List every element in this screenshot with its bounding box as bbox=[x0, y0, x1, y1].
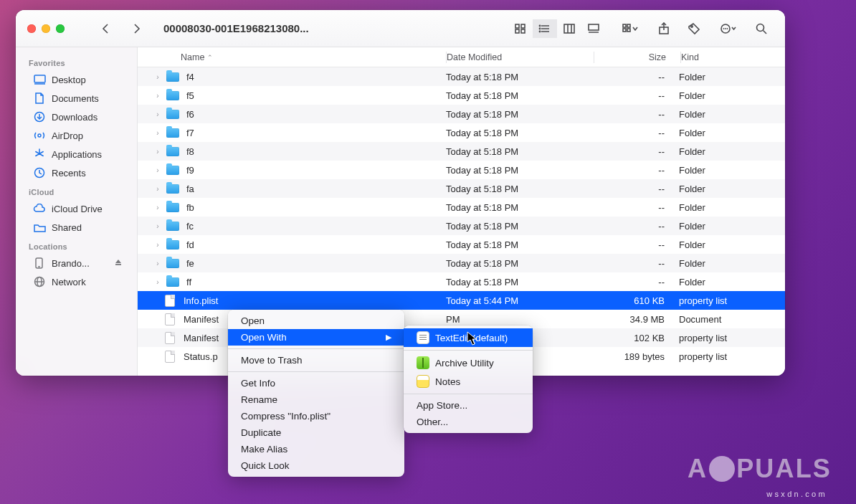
svg-rect-10 bbox=[564, 24, 574, 33]
sidebar-item-icloud-drive[interactable]: iCloud Drive bbox=[20, 199, 133, 218]
disclosure-triangle-icon[interactable]: › bbox=[153, 185, 162, 193]
disclosure-triangle-icon[interactable]: › bbox=[153, 222, 162, 230]
sidebar-item-label: Brando... bbox=[52, 258, 90, 269]
svg-point-32 bbox=[38, 134, 41, 137]
file-row[interactable]: Info.plistToday at 5:44 PM610 KBproperty… bbox=[138, 291, 785, 310]
submenu-app-store[interactable]: App Store... bbox=[404, 397, 533, 414]
folder-row[interactable]: ›f6Today at 5:18 PM--Folder bbox=[138, 105, 785, 123]
menu-make-alias[interactable]: Make Alias bbox=[228, 441, 404, 457]
folder-row[interactable]: ›ffToday at 5:18 PM--Folder bbox=[138, 272, 785, 291]
disclosure-triangle-icon[interactable]: › bbox=[153, 166, 162, 174]
icon-view-button[interactable] bbox=[508, 19, 533, 38]
column-size[interactable]: Size bbox=[594, 52, 680, 62]
menu-duplicate[interactable]: Duplicate bbox=[228, 424, 404, 441]
sidebar-item-airdrop[interactable]: AirDrop bbox=[20, 126, 133, 145]
menu-move-to-trash[interactable]: Move to Trash bbox=[228, 352, 404, 369]
sidebar-item-downloads[interactable]: Downloads bbox=[20, 108, 133, 126]
sidebar-header-icloud: iCloud bbox=[16, 182, 137, 199]
sidebar-item-label: Shared bbox=[52, 222, 82, 233]
svg-rect-16 bbox=[627, 24, 630, 27]
folder-row[interactable]: ›f5Today at 5:18 PM--Folder bbox=[138, 86, 785, 105]
sort-indicator-icon: ⌃ bbox=[207, 54, 213, 61]
row-kind: property list bbox=[679, 295, 785, 306]
action-menu-button[interactable] bbox=[712, 19, 743, 38]
sidebar-item-device[interactable]: Brando... bbox=[20, 254, 133, 272]
row-name: fb bbox=[186, 202, 194, 213]
column-kind[interactable]: Kind bbox=[681, 52, 785, 62]
group-by-button[interactable] bbox=[614, 19, 646, 38]
menu-compress[interactable]: Compress "Info.plist" bbox=[228, 408, 404, 424]
disclosure-triangle-icon[interactable]: › bbox=[153, 73, 162, 81]
gallery-view-button[interactable] bbox=[581, 19, 606, 38]
row-kind: Folder bbox=[679, 165, 785, 176]
row-name: fa bbox=[186, 184, 194, 194]
row-size: -- bbox=[593, 109, 679, 120]
close-window-button[interactable] bbox=[27, 24, 36, 33]
search-button[interactable] bbox=[749, 19, 774, 38]
eject-icon[interactable] bbox=[114, 258, 123, 269]
forward-button[interactable] bbox=[125, 19, 149, 38]
sidebar-item-label: iCloud Drive bbox=[52, 204, 103, 214]
file-icon bbox=[165, 351, 175, 363]
submenu-other[interactable]: Other... bbox=[404, 414, 533, 430]
disclosure-triangle-icon[interactable]: › bbox=[153, 241, 162, 249]
disclosure-triangle-icon[interactable]: › bbox=[153, 110, 162, 118]
disclosure-triangle-icon[interactable]: › bbox=[153, 204, 162, 211]
row-name: f6 bbox=[186, 109, 194, 120]
column-view-button[interactable] bbox=[557, 19, 581, 38]
row-date: Today at 5:18 PM bbox=[446, 109, 593, 120]
folder-row[interactable]: ›f9Today at 5:18 PM--Folder bbox=[138, 161, 785, 179]
row-date: Today at 5:18 PM bbox=[446, 72, 593, 82]
disclosure-triangle-icon[interactable]: › bbox=[153, 92, 162, 100]
row-name: f9 bbox=[186, 165, 194, 176]
sidebar-item-applications[interactable]: Applications bbox=[20, 145, 133, 163]
tags-button[interactable] bbox=[682, 19, 706, 38]
back-button[interactable] bbox=[93, 19, 118, 38]
sidebar-item-documents[interactable]: Documents bbox=[20, 89, 133, 108]
sidebar-item-recents[interactable]: Recents bbox=[20, 163, 133, 182]
sidebar-item-label: Documents bbox=[52, 93, 99, 104]
disclosure-triangle-icon[interactable]: › bbox=[153, 129, 162, 137]
share-button[interactable] bbox=[652, 19, 676, 38]
menu-rename[interactable]: Rename bbox=[228, 391, 404, 408]
folder-row[interactable]: ›fcToday at 5:18 PM--Folder bbox=[138, 217, 785, 235]
row-size: -- bbox=[593, 165, 679, 176]
zoom-window-button[interactable] bbox=[56, 24, 65, 33]
menu-open-with[interactable]: Open With ▶ bbox=[228, 329, 404, 346]
sidebar-item-label: AirDrop bbox=[52, 130, 83, 141]
disclosure-triangle-icon[interactable]: › bbox=[153, 148, 162, 156]
menu-quick-look[interactable]: Quick Look bbox=[228, 457, 404, 474]
menu-open[interactable]: Open bbox=[228, 313, 404, 329]
svg-rect-18 bbox=[627, 29, 630, 32]
sidebar-item-label: Desktop bbox=[52, 75, 86, 85]
folder-row[interactable]: ›f7Today at 5:18 PM--Folder bbox=[138, 123, 785, 142]
svg-point-8 bbox=[539, 28, 540, 29]
row-size: -- bbox=[593, 277, 679, 287]
submenu-notes[interactable]: Notes bbox=[404, 372, 533, 391]
folder-row[interactable]: ›f8Today at 5:18 PM--Folder bbox=[138, 142, 785, 161]
list-view-button[interactable] bbox=[533, 19, 557, 38]
folder-row[interactable]: ›fdToday at 5:18 PM--Folder bbox=[138, 235, 785, 254]
submenu-archive-utility[interactable]: Archive Utility bbox=[404, 353, 533, 372]
row-date: Today at 5:44 PM bbox=[446, 295, 593, 306]
menu-get-info[interactable]: Get Info bbox=[228, 375, 404, 391]
file-icon bbox=[165, 295, 175, 307]
disclosure-triangle-icon[interactable]: › bbox=[153, 260, 162, 267]
submenu-textedit[interactable]: TextEdit (default) bbox=[404, 328, 533, 347]
sidebar-item-network[interactable]: Network bbox=[20, 272, 133, 291]
folder-row[interactable]: ›faToday at 5:18 PM--Folder bbox=[138, 179, 785, 198]
sidebar-item-shared[interactable]: Shared bbox=[20, 218, 133, 237]
sidebar-item-desktop[interactable]: Desktop bbox=[20, 70, 133, 89]
row-size: 610 KB bbox=[593, 295, 679, 306]
disclosure-triangle-icon[interactable]: › bbox=[153, 278, 162, 286]
folder-row[interactable]: ›feToday at 5:18 PM--Folder bbox=[138, 254, 785, 272]
folder-row[interactable]: ›fbToday at 5:18 PM--Folder bbox=[138, 198, 785, 217]
column-date[interactable]: Date Modified bbox=[447, 52, 594, 62]
minimize-window-button[interactable] bbox=[42, 24, 50, 33]
row-kind: Folder bbox=[679, 202, 785, 213]
network-icon bbox=[33, 275, 46, 288]
folder-row[interactable]: ›f4Today at 5:18 PM--Folder bbox=[138, 67, 785, 86]
column-name[interactable]: Name⌃ bbox=[138, 52, 446, 62]
row-kind: Folder bbox=[679, 72, 785, 82]
folder-icon bbox=[166, 128, 179, 138]
